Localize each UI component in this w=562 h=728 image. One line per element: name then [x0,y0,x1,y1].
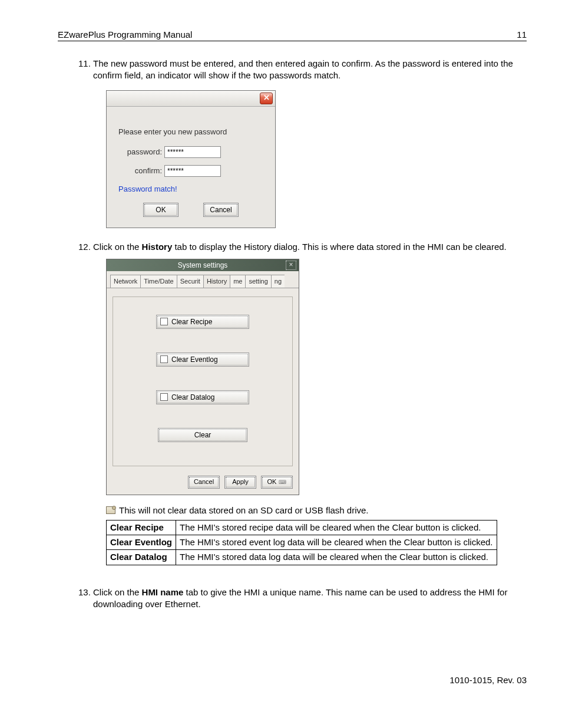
password-dialog-titlebar: ✕ [107,91,275,107]
cancel-button[interactable]: Cancel [188,476,220,489]
password-input[interactable]: ****** [164,146,221,158]
item12-pre: Click on the [93,242,142,252]
item12-bold: History [142,242,173,252]
tab-strip: Network Time/Date Securit History me set… [107,271,299,288]
ok-button[interactable]: OK [143,203,178,217]
note-text: This will not clear data stored on an SD… [119,505,369,516]
page-footer: 1010-1015, Rev. 03 [59,675,527,685]
clear-recipe-checkbox[interactable]: Clear Recipe [156,315,249,329]
cell-val: The HMI's stored recipe data will be cle… [176,520,497,535]
checkbox-icon [160,393,168,401]
cell-key: Clear Eventlog [107,535,176,550]
tab-time-date[interactable]: Time/Date [140,275,177,288]
apply-button[interactable]: Apply [224,476,256,489]
close-icon[interactable]: ✕ [260,93,273,104]
checkbox-icon [160,355,168,363]
tab-network[interactable]: Network [110,275,141,288]
tab-security[interactable]: Securit [177,275,204,288]
list-item-13: Click on the HMI name tab to give the HM… [93,587,527,611]
password-prompt: Please enter you new password [118,127,263,137]
ok-button[interactable]: OK⌨ [261,476,293,489]
cell-val: The HMI's stored data log data will be c… [176,550,497,565]
cancel-button[interactable]: Cancel [203,203,239,217]
tab-me[interactable]: me [230,275,246,288]
list-item-12: Click on the History tab to display the … [93,241,527,565]
cell-key: Clear Datalog [107,550,176,565]
clear-description-table: Clear Recipe The HMI's stored recipe dat… [106,520,497,565]
system-settings-titlebar: System settings × [107,259,299,271]
note-row: This will not clear data stored on an SD… [106,505,527,516]
clear-button[interactable]: Clear [158,428,247,442]
item13-bold: HMI name [142,587,184,597]
confirm-label: confirm: [118,166,162,176]
keyboard-icon: ⌨ [279,479,286,486]
list-item-11: The new password must be entered, and th… [93,58,527,228]
header-title: EZwarePlus Programming Manual [58,29,192,39]
table-row: Clear Eventlog The HMI's stored event lo… [107,535,497,550]
table-row: Clear Datalog The HMI's stored data log … [107,550,497,565]
cell-val: The HMI's stored event log data will be … [176,535,497,550]
clear-eventlog-checkbox[interactable]: Clear Eventlog [156,353,249,367]
page-header: EZwarePlus Programming Manual 11 [58,29,527,41]
history-panel: Clear Recipe Clear Eventlog Clear Datalo… [113,297,293,466]
confirm-input[interactable]: ****** [164,165,221,177]
password-label: password: [118,147,162,157]
item11-text: The new password must be entered, and th… [93,58,513,80]
tab-history[interactable]: History [203,275,230,288]
password-match-text: Password match! [118,184,263,195]
cell-key: Clear Recipe [107,520,176,535]
note-icon [106,506,115,514]
close-icon[interactable]: × [286,261,296,270]
item12-post: tab to display the History dialog. This … [172,242,507,252]
system-settings-title: System settings [178,261,228,270]
item13-pre: Click on the [93,587,142,597]
page-number: 11 [517,29,527,39]
table-row: Clear Recipe The HMI's stored recipe dat… [107,520,497,535]
checkbox-icon [160,318,168,325]
password-dialog: ✕ Please enter you new password password… [106,90,276,228]
tab-ng[interactable]: ng [271,275,285,288]
system-settings-dialog: System settings × Network Time/Date Secu… [106,259,299,495]
tab-setting[interactable]: setting [245,275,271,288]
clear-datalog-checkbox[interactable]: Clear Datalog [156,390,249,404]
